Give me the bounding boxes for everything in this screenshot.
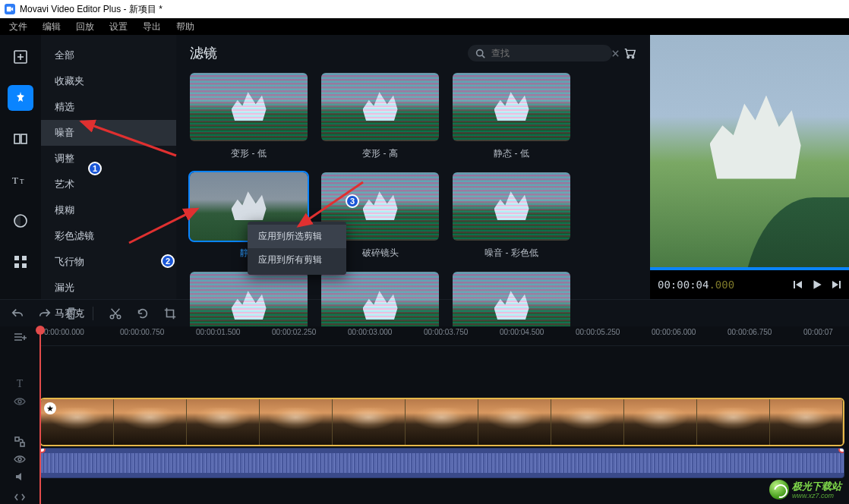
svg-point-24 xyxy=(18,400,21,403)
svg-rect-14 xyxy=(794,281,795,288)
crop-button[interactable] xyxy=(163,307,177,320)
add-track-button[interactable] xyxy=(11,329,29,344)
video-track-clip[interactable]: ★ xyxy=(39,398,844,446)
app-logo xyxy=(5,4,15,14)
filter-label: 静态 - 低 xyxy=(494,147,529,160)
rail-stickers-button[interactable] xyxy=(8,208,33,234)
timecode: 00:00:04.000 xyxy=(658,279,734,291)
panel-title: 滤镜 xyxy=(190,44,217,62)
timeline-ruler[interactable]: 0:00:00.000 00:00:00.750 00:00:01.500 00… xyxy=(39,326,849,346)
menu-help[interactable]: 帮助 xyxy=(169,20,202,33)
sidebar-item-color-filter[interactable]: 彩色滤镜 xyxy=(41,223,176,249)
delete-button[interactable] xyxy=(65,307,77,320)
play-button[interactable] xyxy=(811,279,823,291)
filter-label: 噪音 - 彩色低 xyxy=(484,247,538,260)
svg-point-11 xyxy=(477,49,483,55)
filter-tile[interactable]: 变形 - 低 xyxy=(190,73,308,160)
search-input[interactable] xyxy=(491,48,605,58)
sidebar-item-light-leak[interactable]: 漏光 xyxy=(41,275,176,301)
zoom-fit-button[interactable] xyxy=(11,490,29,504)
track-visibility-icon[interactable] xyxy=(11,394,29,408)
sidebar-item-all[interactable]: 全部 xyxy=(41,43,176,68)
svg-point-27 xyxy=(18,458,21,461)
rail-import-button[interactable] xyxy=(8,44,33,70)
menubar: 文件 编辑 回放 设置 导出 帮助 xyxy=(0,18,849,35)
audio-track-clip[interactable] xyxy=(39,448,844,478)
text-track-icon[interactable]: T xyxy=(11,377,29,392)
svg-rect-15 xyxy=(839,281,841,288)
ruler-tick: 00:00:04.500 xyxy=(500,328,544,336)
sidebar-item-featured[interactable]: 精选 xyxy=(41,94,176,120)
next-frame-button[interactable] xyxy=(831,279,841,290)
svg-point-17 xyxy=(117,315,121,319)
clear-search-icon[interactable] xyxy=(611,49,620,58)
clip-effects-icon[interactable]: ★ xyxy=(44,402,56,414)
redo-button[interactable] xyxy=(38,307,52,320)
timeline: T 0:00:00.000 00:00:00.750 00:00:01.500 … xyxy=(0,326,849,504)
sidebar-item-noise[interactable]: 噪音 xyxy=(41,120,176,146)
filter-label: 变形 - 高 xyxy=(362,147,398,160)
menu-playback[interactable]: 回放 xyxy=(68,20,102,33)
search-icon xyxy=(475,49,485,58)
sidebar-item-flying[interactable]: 飞行物 xyxy=(41,249,176,275)
sidebar-item-favorites[interactable]: 收藏夹 xyxy=(41,68,176,94)
svg-rect-9 xyxy=(14,263,19,268)
menu-file[interactable]: 文件 xyxy=(2,20,35,33)
annotation-badge-2: 2 xyxy=(161,254,175,268)
annotation-badge-1: 1 xyxy=(88,162,102,175)
store-button[interactable] xyxy=(623,46,636,60)
context-menu: 应用到所选剪辑 应用到所有剪辑 xyxy=(248,222,346,275)
rail-filters-button[interactable] xyxy=(8,85,33,111)
svg-rect-8 xyxy=(22,256,27,260)
cut-button[interactable] xyxy=(109,307,122,320)
preview-panel: 00:00:04.000 xyxy=(650,35,849,299)
link-tracks-icon[interactable] xyxy=(11,435,29,449)
context-apply-all[interactable]: 应用到所有剪辑 xyxy=(248,248,346,272)
svg-text:T: T xyxy=(12,175,18,186)
svg-rect-3 xyxy=(21,134,27,143)
filter-tile[interactable]: 静态 - 低 xyxy=(453,73,570,160)
watermark-logo xyxy=(769,480,789,499)
track-mute-icon[interactable] xyxy=(11,469,29,484)
svg-rect-0 xyxy=(7,7,11,12)
ruler-tick: 00:00:07 xyxy=(803,328,833,336)
window-titlebar: Movavi Video Editor Plus - 新项目 * xyxy=(0,0,849,18)
sidebar-item-art[interactable]: 艺术 xyxy=(41,172,176,197)
svg-point-16 xyxy=(110,315,114,319)
filter-thumb xyxy=(190,73,308,141)
preview-viewport[interactable] xyxy=(650,35,849,267)
svg-rect-25 xyxy=(15,437,19,441)
rail-more-button[interactable] xyxy=(8,249,33,275)
sidebar-item-blur[interactable]: 模糊 xyxy=(41,197,176,223)
rail-transitions-button[interactable] xyxy=(8,126,33,152)
context-apply-selected[interactable]: 应用到所选剪辑 xyxy=(248,225,346,248)
prev-frame-button[interactable] xyxy=(793,279,803,290)
filter-label: 变形 - 低 xyxy=(231,147,267,160)
toolbar-separator xyxy=(93,307,93,320)
ruler-tick: 00:00:06.750 xyxy=(727,328,772,336)
svg-rect-10 xyxy=(22,263,27,268)
ruler-tick: 00:00:02.250 xyxy=(272,328,316,336)
menu-export[interactable]: 导出 xyxy=(135,20,169,33)
filter-thumb xyxy=(453,73,570,141)
rotate-button[interactable] xyxy=(136,307,150,320)
filter-thumb xyxy=(321,73,439,141)
menu-settings[interactable]: 设置 xyxy=(102,20,135,33)
ruler-tick: 00:00:06.000 xyxy=(652,328,696,336)
menu-edit[interactable]: 编辑 xyxy=(35,20,68,33)
svg-point-12 xyxy=(627,56,629,58)
timeline-left-controls: T xyxy=(0,326,39,504)
ruler-tick: 00:00:05.250 xyxy=(576,328,620,336)
sidebar-item-adjust[interactable]: 调整 xyxy=(41,146,176,172)
svg-rect-2 xyxy=(14,134,20,143)
filter-tile[interactable]: 变形 - 高 xyxy=(321,73,439,160)
filter-tile[interactable]: 噪音 - 彩色低 xyxy=(453,172,570,260)
rail-titles-button[interactable]: TT xyxy=(8,167,33,193)
svg-point-13 xyxy=(632,56,633,58)
playhead[interactable] xyxy=(39,326,41,504)
track-eye-icon[interactable] xyxy=(11,452,29,466)
search-box[interactable] xyxy=(468,45,612,61)
ruler-tick: 00:00:03.750 xyxy=(424,328,468,336)
audio-fade-handle[interactable] xyxy=(838,448,844,453)
undo-button[interactable] xyxy=(11,307,24,320)
